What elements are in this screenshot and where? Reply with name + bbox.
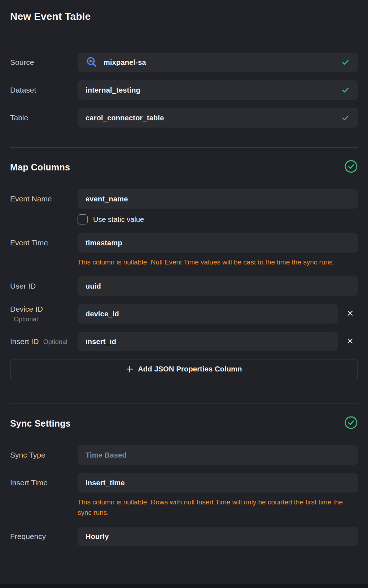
section-divider bbox=[10, 404, 358, 404]
insert-id-label: Insert ID bbox=[10, 337, 39, 346]
event-name-value: event_name bbox=[86, 195, 128, 203]
source-label: Source bbox=[10, 58, 34, 66]
insert-time-label: Insert Time bbox=[10, 478, 48, 487]
insert-id-remove-button[interactable] bbox=[342, 334, 358, 349]
user-id-label: User ID bbox=[10, 282, 36, 290]
sync-settings-title: Sync Settings bbox=[10, 418, 71, 429]
map-columns-heading: Map Columns bbox=[10, 160, 358, 175]
device-id-field[interactable]: device_id bbox=[78, 304, 338, 324]
user-id-row: User ID uuid bbox=[10, 276, 358, 296]
event-name-field[interactable]: event_name bbox=[78, 189, 358, 209]
sync-type-label: Sync Type bbox=[10, 451, 45, 459]
insert-id-value: insert_id bbox=[86, 338, 116, 346]
sync-type-value: Time Based bbox=[86, 451, 127, 459]
valid-check-icon bbox=[341, 113, 350, 122]
frequency-row: Frequency Hourly bbox=[10, 527, 358, 546]
source-value: mixpanel-sa bbox=[104, 58, 146, 67]
new-event-table-form: New Event Table Source mixpanel-sa bbox=[0, 0, 368, 546]
use-static-value-checkbox[interactable] bbox=[78, 214, 88, 224]
event-time-value: timestamp bbox=[86, 239, 122, 247]
frequency-field[interactable]: Hourly bbox=[78, 527, 358, 546]
user-id-field[interactable]: uuid bbox=[78, 276, 358, 296]
section-complete-icon bbox=[344, 416, 358, 431]
dataset-value: internal_testing bbox=[86, 86, 140, 94]
valid-check-icon bbox=[341, 58, 350, 67]
map-columns-title: Map Columns bbox=[10, 162, 70, 173]
mixpanel-project-icon bbox=[86, 56, 98, 68]
close-icon bbox=[346, 309, 354, 318]
insert-id-optional-hint: Optional bbox=[43, 338, 67, 346]
device-id-value: device_id bbox=[86, 310, 119, 318]
insert-time-nullable-warning: This column is nullable. Rows with null … bbox=[78, 497, 347, 518]
insert-time-row: Insert Time insert_time bbox=[10, 473, 358, 493]
device-id-optional-hint: Optional bbox=[14, 316, 73, 323]
event-name-label: Event Name bbox=[10, 195, 52, 203]
device-id-remove-button[interactable] bbox=[342, 306, 358, 322]
section-complete-icon bbox=[344, 160, 358, 175]
plus-icon bbox=[126, 365, 133, 373]
event-time-row: Event Time timestamp bbox=[10, 233, 358, 253]
event-time-nullable-warning: This column is nullable. Null Event Time… bbox=[78, 257, 347, 267]
use-static-value-label[interactable]: Use static value bbox=[93, 215, 144, 224]
event-time-field[interactable]: timestamp bbox=[78, 233, 358, 253]
device-id-label: Device ID bbox=[10, 305, 43, 313]
static-value-row: Use static value bbox=[78, 214, 358, 224]
table-label: Table bbox=[10, 113, 28, 122]
add-json-properties-column-label: Add JSON Properties Column bbox=[138, 365, 242, 373]
dataset-field[interactable]: internal_testing bbox=[78, 80, 358, 100]
dataset-label: Dataset bbox=[10, 86, 36, 94]
sync-settings-heading: Sync Settings bbox=[10, 416, 358, 431]
add-json-properties-column-button[interactable]: Add JSON Properties Column bbox=[10, 360, 358, 378]
close-icon bbox=[346, 337, 354, 346]
dataset-row: Dataset internal_testing bbox=[10, 80, 358, 100]
table-row: Table carol_connector_table bbox=[10, 108, 358, 128]
insert-id-field[interactable]: insert_id bbox=[78, 332, 338, 351]
valid-check-icon bbox=[341, 86, 350, 95]
table-field[interactable]: carol_connector_table bbox=[78, 108, 358, 128]
table-value: carol_connector_table bbox=[86, 114, 164, 122]
event-name-row: Event Name event_name bbox=[10, 189, 358, 209]
frequency-label: Frequency bbox=[10, 532, 46, 540]
page-title: New Event Table bbox=[10, 11, 358, 22]
panel-bottom-edge bbox=[0, 584, 368, 588]
insert-time-field[interactable]: insert_time bbox=[78, 473, 358, 493]
event-time-label: Event Time bbox=[10, 239, 48, 247]
source-field[interactable]: mixpanel-sa bbox=[78, 53, 358, 72]
sync-type-field: Time Based bbox=[78, 445, 358, 465]
insert-time-value: insert_time bbox=[86, 479, 125, 487]
sync-type-row: Sync Type Time Based bbox=[10, 445, 358, 465]
user-id-value: uuid bbox=[86, 282, 101, 290]
source-row: Source mixpanel-sa bbox=[10, 53, 358, 72]
frequency-value: Hourly bbox=[86, 533, 109, 541]
insert-id-row: Insert ID Optional insert_id bbox=[10, 332, 358, 351]
section-divider bbox=[10, 147, 358, 148]
device-id-row: Device ID Optional device_id bbox=[10, 304, 358, 324]
